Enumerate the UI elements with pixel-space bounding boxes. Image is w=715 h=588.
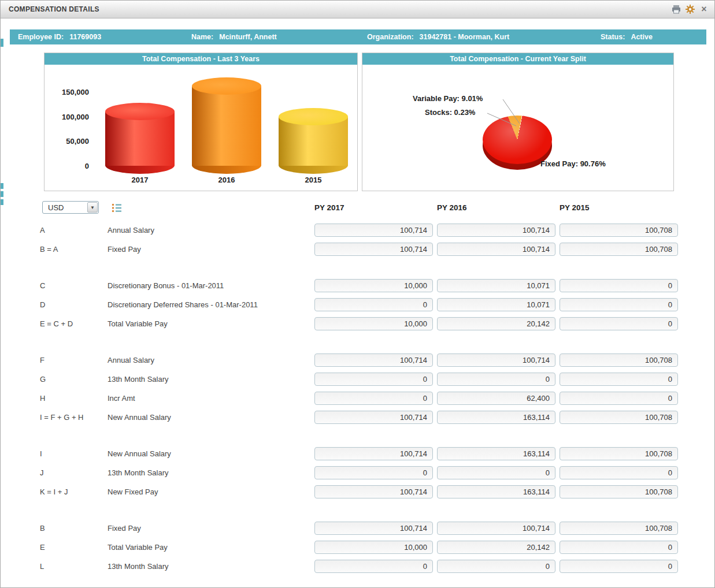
value-cell-py-2016[interactable] [437, 485, 555, 498]
value-cell-py-2015[interactable] [560, 392, 678, 405]
value-cell-py-2016[interactable] [437, 243, 555, 256]
row-label: Discretionary Bonus - 01-Mar-2011 [108, 281, 314, 290]
value-cell-py-2017[interactable] [314, 224, 433, 237]
y-axis-tick-label: 150,000 [53, 88, 89, 96]
value-cell-py-2016[interactable] [437, 353, 555, 367]
value-cell-py-2017[interactable] [314, 522, 433, 535]
settings-gear-icon[interactable] [684, 3, 696, 15]
column-header-py2016: PY 2016 [437, 203, 560, 212]
value-cell-py-2016[interactable] [437, 392, 555, 405]
value-cell-py-2016[interactable] [437, 541, 555, 554]
value-cell-py-2017[interactable] [314, 317, 433, 330]
close-icon[interactable]: × [698, 3, 710, 15]
comp-table-body: AAnnual SalaryB = AFixed PayCDiscretiona… [1, 222, 714, 588]
value-cell-py-2017[interactable] [314, 353, 433, 367]
value-cell-py-2016[interactable] [437, 522, 555, 535]
table-row: DDiscretionary Deferred Shares - 01-Mar-… [1, 298, 714, 311]
table-row: L13th Month Salary [1, 560, 714, 573]
value-cell-py-2016[interactable] [437, 373, 555, 386]
row-label: Incr Amt [108, 394, 314, 403]
value-cell-py-2016[interactable] [437, 466, 555, 479]
column-header-py2015: PY 2015 [560, 203, 682, 212]
bar-cylinder-2017 [105, 111, 175, 166]
value-cell-py-2015[interactable] [560, 447, 678, 460]
value-cell-py-2015[interactable] [560, 353, 678, 367]
pie-label-stocks: Stocks: 0.23% [425, 108, 475, 117]
pie-chart-area: Variable Pay: 9.01% Stocks: 0.23% Fixed … [362, 65, 673, 191]
value-cell-py-2015[interactable] [560, 243, 678, 256]
row-code: F [40, 356, 108, 364]
value-cell-py-2016[interactable] [437, 411, 555, 424]
table-row: HIncr Amt [1, 392, 714, 405]
value-cell-py-2016[interactable] [437, 279, 555, 292]
row-label: Fixed Pay [108, 245, 314, 254]
table-group: AAnnual SalaryB = AFixed Pay [1, 224, 714, 256]
employee-id-field: Employee ID:11769093 [18, 29, 101, 44]
row-code: I [40, 449, 108, 458]
value-cell-py-2017[interactable] [314, 466, 433, 479]
employee-name-label: Name: [191, 33, 213, 41]
row-label: 13th Month Salary [108, 562, 314, 571]
row-code: E = C + D [40, 319, 108, 328]
value-cell-py-2015[interactable] [560, 411, 678, 424]
value-cell-py-2017[interactable] [314, 411, 433, 424]
value-cell-py-2015[interactable] [560, 522, 678, 535]
organization-value: 31942781 - Moorman, Kurt [420, 33, 510, 41]
table-row: CDiscretionary Bonus - 01-Mar-2011 [1, 279, 714, 292]
table-row: INew Annual Salary [1, 447, 714, 460]
value-cell-py-2016[interactable] [437, 298, 555, 311]
row-label: New Fixed Pay [108, 487, 314, 496]
value-cell-py-2015[interactable] [560, 317, 678, 330]
value-cell-py-2015[interactable] [560, 485, 678, 498]
title-bar: COMPENSATION DETAILS [1, 1, 714, 18]
value-cell-py-2017[interactable] [314, 447, 433, 460]
value-cell-py-2015[interactable] [560, 560, 678, 573]
row-code: L [40, 562, 108, 571]
left-edge-artifact [1, 39, 3, 47]
value-cell-py-2015[interactable] [560, 224, 678, 237]
row-label: New Annual Salary [108, 413, 314, 422]
pie-chart-title: Total Compensation - Current Year Split [362, 53, 673, 65]
value-cell-py-2015[interactable] [560, 373, 678, 386]
value-cell-py-2015[interactable] [560, 541, 678, 554]
value-cell-py-2015[interactable] [560, 298, 678, 311]
value-cell-py-2015[interactable] [560, 279, 678, 292]
print-icon[interactable] [670, 3, 682, 15]
x-axis-category-label: 2017 [105, 176, 175, 184]
value-cell-py-2016[interactable] [437, 560, 555, 573]
value-cell-py-2017[interactable] [314, 541, 433, 554]
bar-chart-title: Total Compensation - Last 3 Years [45, 53, 357, 65]
value-cell-py-2017[interactable] [314, 298, 433, 311]
table-row: J13th Month Salary [1, 466, 714, 479]
value-cell-py-2016[interactable] [437, 317, 555, 330]
row-label: New Annual Salary [108, 449, 314, 458]
pie-chart-panel: Total Compensation - Current Year Split … [362, 53, 674, 191]
value-cell-py-2016[interactable] [437, 447, 555, 460]
employee-name-field: Name:Mcinturff, Annett [191, 29, 277, 44]
value-cell-py-2017[interactable] [314, 373, 433, 386]
row-code: E [40, 543, 108, 552]
value-cell-py-2017[interactable] [314, 485, 433, 498]
row-code: D [40, 300, 108, 309]
bar-chart-plot: 150,000100,00050,0000201720162015 [45, 65, 357, 191]
left-edge-artifact [1, 191, 3, 197]
row-code: B [40, 524, 108, 533]
y-axis-tick-label: 0 [53, 162, 89, 170]
value-cell-py-2016[interactable] [437, 224, 555, 237]
status-value: Active [631, 33, 653, 41]
employee-name-value: Mcinturff, Annett [219, 33, 277, 41]
value-cell-py-2017[interactable] [314, 243, 433, 256]
value-cell-py-2017[interactable] [314, 279, 433, 292]
window-controls: × [670, 3, 710, 15]
table-column-headers: PY 2017 PY 2016 PY 2015 [1, 203, 714, 212]
cylinder-top [192, 77, 261, 95]
value-cell-py-2017[interactable] [314, 560, 433, 573]
table-group: FAnnual SalaryG13th Month SalaryHIncr Am… [1, 353, 714, 424]
row-label: Annual Salary [108, 356, 314, 364]
cylinder-top [279, 108, 348, 125]
value-cell-py-2017[interactable] [314, 392, 433, 405]
table-group: INew Annual SalaryJ13th Month SalaryK = … [1, 447, 714, 498]
value-cell-py-2015[interactable] [560, 466, 678, 479]
row-label: Total Variable Pay [108, 543, 314, 552]
row-code: A [40, 226, 108, 235]
